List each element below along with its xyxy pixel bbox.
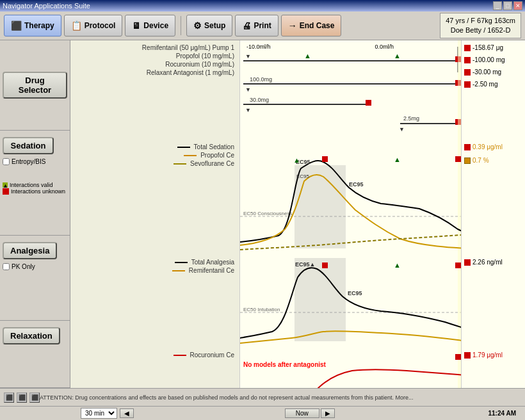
svg-text:EC95: EC95	[296, 174, 310, 179]
bottom-icons: ⬛ ⬛ ⬛	[4, 392, 40, 403]
svg-text:▲: ▲	[394, 52, 401, 60]
svg-rect-41	[458, 348, 461, 388]
sedation-chart-row: Total Sedation Propofol Ce Sevoflurane C…	[70, 140, 525, 255]
marker-right-label: 0.0ml/h	[375, 44, 394, 50]
device-icon: 🖥	[132, 20, 141, 31]
drug-name-2: Propofol (10 mg/mL)	[176, 52, 234, 60]
toolbar: ⬛ Therapy 📋 Protocol 🖥 Device ⚙ Setup 🖨 …	[0, 12, 525, 40]
entropy-bis-checkbox-item[interactable]: Entropy/BIS	[3, 158, 45, 165]
drug-label-2: Propofol (10 mg/mL)	[76, 52, 237, 60]
relaxation-labels: Rocuronium Ce	[70, 348, 240, 388]
svg-text:EC95: EC95	[348, 290, 362, 296]
separator-1	[181, 16, 181, 35]
relaxation-button[interactable]: Relaxation	[3, 327, 60, 344]
entropy-bis-label: Entropy/BIS	[12, 158, 45, 165]
sedation-button[interactable]: Sedation	[3, 137, 54, 154]
drug-val-2: -100.00 mg	[472, 56, 505, 63]
analgesia-button[interactable]: Analgesia	[3, 242, 57, 259]
drug-value-3: -30.00 mg	[464, 69, 522, 76]
value-indicator-2	[464, 57, 471, 63]
total-analgesia-text: Total Analgesia	[191, 259, 234, 266]
sedation-plot: EC50 Consciousness EC95 EC95 ▲	[240, 140, 461, 255]
drug-selector-button[interactable]: Drug Selector	[3, 72, 67, 99]
svg-text:No models after antagonist: No models after antagonist	[243, 361, 327, 368]
drug-name-1: Remifentanil (50 μg/mL) Pump 1	[142, 44, 234, 51]
status-bar: ⬛ ⬛ ⬛ ATTENTION: Drug concentrations and…	[0, 388, 525, 406]
drug-label-4: Relaxant Antagonist (1 mg/mL)	[76, 69, 237, 76]
drug-val-3: -30.00 mg	[472, 69, 501, 76]
time-range-select[interactable]: 30 min 15 min 60 min	[81, 408, 117, 419]
unknown-icon	[3, 188, 9, 195]
relaxation-svg: EC50 Block (50% of T1) No models after a…	[240, 348, 461, 388]
relaxation-plot: EC50 Block (50% of T1) No models after a…	[240, 348, 461, 388]
analgesia-labels: Total Analgesia Remifentanil Ce	[70, 255, 240, 348]
sevo-ce-line	[174, 163, 186, 165]
sed-val-1: 0.39 μg/ml	[472, 143, 503, 150]
pk-only-checkbox-item[interactable]: PK Only	[3, 263, 35, 270]
protocol-button[interactable]: 📋 Protocol	[64, 15, 123, 36]
window-title: Navigator Applications Suite	[3, 2, 90, 10]
pk-only-checkbox[interactable]	[3, 263, 10, 270]
drug-label-3: Rocuronium (10 mg/mL)	[76, 61, 237, 68]
sedation-labels: Total Sedation Propofol Ce Sevoflurane C…	[70, 140, 240, 255]
main-area: Drug Selector Sedation Entropy/BIS ▲ Int…	[0, 40, 525, 388]
svg-text:▲: ▲	[394, 261, 401, 269]
title-bar: Navigator Applications Suite _ □ ✕	[0, 0, 525, 12]
sedation-label-container: Sedation	[3, 137, 54, 154]
svg-text:▼: ▼	[245, 53, 251, 60]
sedation-svg: EC50 Consciousness EC95 EC95 ▲	[240, 140, 461, 255]
value-indicator-4	[464, 81, 471, 88]
scroll-right-btn[interactable]: ▶	[321, 408, 335, 418]
sevo-ce-text: Sevoflurane Ce	[190, 160, 234, 167]
maximize-btn[interactable]: □	[503, 1, 512, 10]
setup-icon: ⚙	[193, 20, 202, 31]
drug-value-1: -158.67 μg	[464, 44, 522, 51]
legend-unknown: Interactions unknown	[3, 188, 65, 195]
device-button[interactable]: 🖥 Device	[125, 15, 175, 36]
scroll-left-btn[interactable]: ◀	[120, 408, 134, 418]
therapy-icon: ⬛	[11, 20, 22, 31]
entropy-bis-checkbox[interactable]	[3, 158, 10, 165]
current-time: 11:24 AM	[488, 410, 516, 417]
relaxation-chart-row: Rocuronium Ce EC50 Block (50% of T1) No …	[70, 348, 525, 388]
svg-rect-14	[366, 100, 371, 106]
left-panel: Drug Selector Sedation Entropy/BIS ▲ Int…	[0, 40, 70, 388]
device-label: Device	[143, 21, 168, 30]
relaxation-section: Relaxation	[0, 321, 70, 388]
chart-area: Remifentanil (50 μg/mL) Pump 1 Propofol …	[70, 40, 525, 388]
close-btn[interactable]: ✕	[513, 1, 522, 10]
sed-indicator-2	[464, 158, 471, 164]
icon-2[interactable]: ⬛	[17, 392, 27, 403]
now-button[interactable]: Now	[285, 408, 319, 418]
drug-plot: -10.0ml/h 0.0ml/h ▼ 100.0mg ▼ 30.0m	[240, 40, 461, 140]
print-button[interactable]: 🖨 Print	[235, 15, 278, 36]
therapy-button[interactable]: ⬛ Therapy	[4, 15, 61, 36]
svg-text:▼: ▼	[245, 86, 251, 93]
svg-rect-18	[458, 40, 461, 140]
relax-value-1: 1.79 μg/ml	[464, 351, 522, 359]
drug-value-4: -2.50 mg	[464, 81, 522, 88]
analgesia-values: 2.26 ng/ml	[461, 255, 525, 348]
svg-rect-37	[322, 262, 328, 268]
icon-3[interactable]: ⬛	[29, 392, 40, 403]
analgesia-remi-label: Remifentanil Ce	[76, 267, 237, 274]
minimize-btn[interactable]: _	[493, 1, 502, 10]
sed-value-2: 0.7 %	[464, 157, 522, 164]
patient-demographics: 47 yrs / F 67kg 163cm	[446, 16, 515, 26]
sedation-propofol-label: Propofol Ce	[76, 152, 237, 159]
patient-name: Doe Betty / 1652-D	[446, 26, 515, 35]
relaxation-values: 1.79 μg/ml	[461, 348, 525, 388]
end-case-icon: →	[288, 20, 297, 31]
icon-1[interactable]: ⬛	[4, 392, 14, 403]
drug-name-3: Rocuronium (10 mg/mL)	[165, 61, 234, 68]
setup-button[interactable]: ⚙ Setup	[186, 15, 232, 36]
setup-label: Setup	[204, 21, 225, 30]
analgesia-svg: EC50 Intubation EC95▲ EC95 ▲	[240, 255, 461, 348]
window-controls[interactable]: _ □ ✕	[493, 1, 522, 10]
end-case-button[interactable]: → End Case	[281, 15, 342, 36]
total-sedation-text: Total Sedation	[194, 143, 234, 150]
svg-text:EC95▲: EC95▲	[295, 261, 315, 268]
marker-left-label: -10.0ml/h	[246, 44, 271, 50]
svg-text:▲: ▲	[394, 156, 401, 163]
protocol-icon: 📋	[71, 20, 82, 31]
